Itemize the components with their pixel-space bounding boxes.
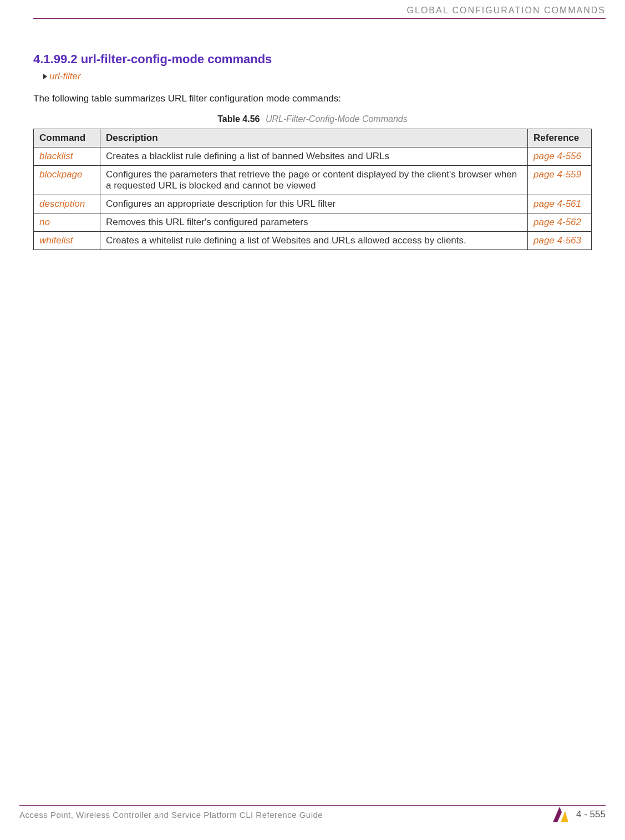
command-description: Creates a blacklist rule defining a list…	[100, 147, 528, 166]
breadcrumb-link[interactable]: url-filter	[49, 71, 81, 82]
reference-link[interactable]: page 4-559	[528, 166, 592, 195]
col-header-description: Description	[100, 129, 528, 147]
reference-link[interactable]: page 4-561	[528, 195, 592, 213]
command-description: Configures the parameters that retrieve …	[100, 166, 528, 195]
header-title: GLOBAL CONFIGURATION COMMANDS	[407, 6, 606, 15]
col-header-command: Command	[34, 129, 100, 147]
command-description: Removes this URL filter's configured par…	[100, 213, 528, 232]
table-caption-label: Table 4.56	[217, 114, 260, 124]
page-number: 4 - 555	[576, 809, 606, 820]
page-header: GLOBAL CONFIGURATION COMMANDS	[0, 0, 625, 16]
commands-table: Command Description Reference blacklist …	[33, 129, 592, 250]
command-link[interactable]: whitelist	[34, 232, 100, 250]
command-link[interactable]: no	[34, 213, 100, 232]
table-caption: Table 4.56 URL-Filter-Config-Mode Comman…	[33, 114, 592, 124]
triangle-right-icon	[43, 74, 47, 79]
reference-link[interactable]: page 4-563	[528, 232, 592, 250]
command-description: Configures an appropriate description fo…	[100, 195, 528, 213]
table-row: whitelist Creates a whitelist rule defin…	[34, 232, 592, 250]
section-heading: 4.1.99.2 url-filter-config-mode commands	[33, 52, 592, 67]
table-row: no Removes this URL filter's configured …	[34, 213, 592, 232]
page-footer: Access Point, Wireless Controller and Se…	[19, 806, 606, 823]
command-link[interactable]: description	[34, 195, 100, 213]
intro-text: The following table summarizes URL filte…	[33, 93, 592, 104]
page-content: 4.1.99.2 url-filter-config-mode commands…	[0, 19, 625, 250]
table-row: blockpage Configures the parameters that…	[34, 166, 592, 195]
breadcrumb: url-filter	[43, 71, 592, 82]
table-caption-title: URL-Filter-Config-Mode Commands	[266, 114, 408, 124]
reference-link[interactable]: page 4-562	[528, 213, 592, 232]
table-row: blacklist Creates a blacklist rule defin…	[34, 147, 592, 166]
command-description: Creates a whitelist rule defining a list…	[100, 232, 528, 250]
table-header-row: Command Description Reference	[34, 129, 592, 147]
command-link[interactable]: blacklist	[34, 147, 100, 166]
brand-logo-icon	[552, 806, 570, 823]
footer-guide-title: Access Point, Wireless Controller and Se…	[19, 810, 323, 819]
reference-link[interactable]: page 4-556	[528, 147, 592, 166]
table-row: description Configures an appropriate de…	[34, 195, 592, 213]
col-header-reference: Reference	[528, 129, 592, 147]
footer-right: 4 - 555	[552, 806, 606, 823]
command-link[interactable]: blockpage	[34, 166, 100, 195]
